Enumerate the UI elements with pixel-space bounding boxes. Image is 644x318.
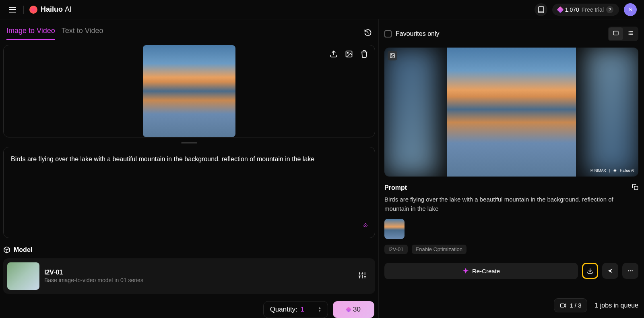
prompt-header: Prompt <box>384 184 638 192</box>
prompt-input-text: Birds are flying over the lake with a be… <box>11 154 367 164</box>
magic-wand-button[interactable] <box>361 222 368 231</box>
more-button[interactable] <box>622 263 638 279</box>
view-grid-button[interactable] <box>609 27 623 40</box>
svg-rect-5 <box>634 186 638 190</box>
result-image <box>447 48 576 177</box>
svg-rect-2 <box>613 31 618 35</box>
resize-handle[interactable] <box>181 142 197 143</box>
result-prompt-section: Prompt Birds are flying over the lake wi… <box>384 184 638 279</box>
sparkle-icon <box>462 268 469 274</box>
copy-icon <box>632 184 638 190</box>
source-image-thumbnail[interactable] <box>384 219 405 239</box>
history-icon <box>364 29 372 37</box>
credits-badge[interactable]: 1,070 Free trial ? <box>552 4 619 16</box>
generation-controls: Quantity: 1 ▲ ▼ 30 <box>3 301 375 318</box>
model-info: I2V-01 Base image-to-video model in 01 s… <box>44 269 353 283</box>
video-icon <box>560 302 566 309</box>
avatar-initial: S <box>629 6 632 12</box>
image-icon[interactable] <box>345 50 353 58</box>
queue-indicator[interactable]: 1 / 3 <box>554 298 587 312</box>
right-panel: Favourites only MINIMAX <box>378 19 644 318</box>
sliders-icon <box>358 271 366 279</box>
trash-icon[interactable] <box>360 50 368 58</box>
tag-model: I2V-01 <box>384 245 408 254</box>
share-button[interactable] <box>602 263 618 279</box>
gem-icon <box>557 6 564 13</box>
menu-button[interactable] <box>7 5 18 14</box>
docs-button[interactable] <box>535 3 547 16</box>
download-button[interactable] <box>582 263 598 279</box>
share-icon <box>607 268 613 274</box>
preview-actions <box>330 50 368 58</box>
generate-cost: 30 <box>353 306 361 314</box>
model-name: I2V-01 <box>44 269 353 276</box>
image-icon <box>390 53 395 58</box>
model-description: Base image-to-video model in 01 series <box>44 277 353 283</box>
quantity-value: 1 <box>301 306 304 314</box>
result-card: MINIMAX | ◉ Hailuo AI Prompt Birds are f… <box>384 48 638 279</box>
blur-bg-right <box>586 48 638 177</box>
quantity-label: Quantity: <box>270 306 297 314</box>
left-panel: Image to Video Text to Video Birds are f… <box>0 19 378 318</box>
tab-image-to-video[interactable]: Image to Video <box>6 27 55 40</box>
favourites-label: Favourites only <box>396 30 440 37</box>
result-image-wrap[interactable]: MINIMAX | ◉ Hailuo AI <box>384 48 638 177</box>
upload-icon[interactable] <box>330 50 338 58</box>
logo-icon <box>29 6 37 14</box>
svg-point-8 <box>632 270 633 272</box>
jobs-label: 1 jobs in queue <box>594 302 638 309</box>
trial-label: Free trial <box>582 6 604 13</box>
svg-point-4 <box>391 54 392 55</box>
favourites-filter[interactable]: Favourites only <box>384 30 440 37</box>
main-content: Image to Video Text to Video Birds are f… <box>0 19 644 318</box>
svg-point-1 <box>347 52 349 54</box>
prompt-input-box[interactable]: Birds are flying over the lake with a be… <box>3 147 375 238</box>
tag-optimization: Enable Optimization <box>412 245 466 254</box>
cube-icon <box>3 246 10 254</box>
download-icon <box>587 268 593 274</box>
tab-text-to-video[interactable]: Text to Video <box>62 27 103 40</box>
stepper-down[interactable]: ▼ <box>318 310 321 312</box>
queue-count: 1 / 3 <box>570 302 581 309</box>
input-image[interactable] <box>143 45 235 137</box>
model-section: Model I2V-01 Base image-to-video model i… <box>3 246 375 294</box>
more-icon <box>627 268 634 274</box>
book-icon <box>537 6 545 13</box>
favourites-checkbox[interactable] <box>384 30 392 37</box>
result-actions: Re-Create <box>384 263 638 279</box>
results-header: Favourites only <box>384 27 638 41</box>
model-settings-button[interactable] <box>358 271 366 281</box>
view-list-button[interactable] <box>623 27 638 40</box>
user-avatar[interactable]: S <box>624 3 637 16</box>
result-tags: I2V-01 Enable Optimization <box>384 245 638 254</box>
generate-button[interactable]: 30 <box>333 301 374 318</box>
recreate-button[interactable]: Re-Create <box>384 263 578 279</box>
help-icon[interactable]: ? <box>606 6 613 13</box>
list-icon <box>627 30 634 36</box>
logo-text: Hailuo AI <box>41 5 72 14</box>
result-prompt-text: Birds are flying over the lake with a be… <box>384 195 638 213</box>
quantity-stepper: ▲ ▼ <box>318 307 321 312</box>
image-preview-box <box>3 45 375 137</box>
header-left: Hailuo AI <box>7 5 72 14</box>
svg-rect-9 <box>561 304 564 307</box>
copy-prompt-button[interactable] <box>632 184 638 192</box>
result-type-badge <box>388 51 397 60</box>
divider <box>23 6 24 14</box>
mode-tabs: Image to Video Text to Video <box>3 19 375 45</box>
app-header: Hailuo AI 1,070 Free trial ? S <box>0 0 644 19</box>
model-section-label: Model <box>3 246 375 254</box>
quantity-control: Quantity: 1 ▲ ▼ <box>263 301 328 318</box>
header-right: 1,070 Free trial ? S <box>535 3 637 16</box>
gem-icon <box>346 307 351 312</box>
credits-count: 1,070 <box>565 6 579 13</box>
svg-point-6 <box>628 270 629 272</box>
grid-icon <box>613 30 619 36</box>
status-bar: 1 / 3 1 jobs in queue <box>554 298 638 312</box>
model-thumbnail <box>7 262 39 290</box>
history-button[interactable] <box>364 29 372 38</box>
prompt-title: Prompt <box>384 184 407 191</box>
model-card[interactable]: I2V-01 Base image-to-video model in 01 s… <box>3 258 375 294</box>
blur-bg-left <box>384 48 437 177</box>
logo[interactable]: Hailuo AI <box>29 5 72 14</box>
